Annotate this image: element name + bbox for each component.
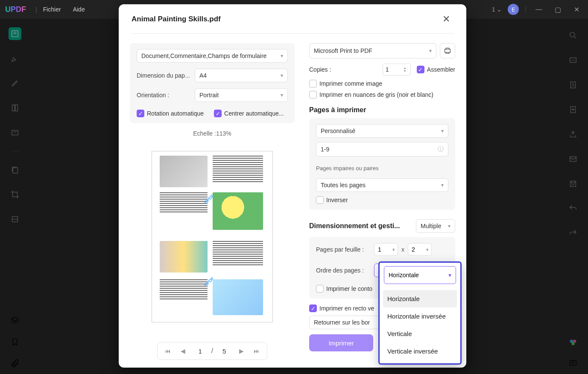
page-order-label: Ordre des pages : (316, 267, 371, 274)
page-order-dropdown-header[interactable]: Horizontale (384, 266, 456, 284)
page-order-option[interactable]: Verticale inversée (383, 342, 457, 360)
dialog-title: Animal Painting Skills.pdf (132, 15, 221, 23)
pager-next[interactable]: ▶ (235, 345, 247, 357)
pages-per-sheet-label: Pages par feuille : (316, 246, 371, 253)
svg-rect-16 (445, 49, 451, 52)
menu-file[interactable]: Fichier (43, 6, 61, 13)
print-button[interactable]: Imprimer (309, 334, 373, 351)
maximize-button[interactable]: ▢ (551, 6, 564, 14)
print-border-checkbox[interactable] (316, 285, 324, 293)
autocenter-label: Centrer automatique... (224, 110, 284, 117)
papersize-select[interactable]: A4 (195, 69, 288, 82)
orientation-select[interactable]: Portrait (195, 88, 288, 102)
page-range-mode-select[interactable]: Personnalisé (316, 124, 448, 138)
oddeven-select[interactable]: Toutes les pages (316, 178, 448, 192)
autocenter-checkbox[interactable] (214, 110, 222, 117)
pager-current[interactable]: 1 (193, 348, 208, 355)
sizing-mode-select[interactable]: Multiple (416, 219, 455, 233)
autorotate-checkbox[interactable] (137, 110, 144, 117)
page-order-option[interactable]: Horizontale (383, 290, 457, 307)
pager-prev[interactable]: ◀ (177, 345, 189, 357)
pager-last[interactable]: ⏭ (251, 345, 263, 357)
page-order-option[interactable]: Horizontale inversée (383, 307, 457, 325)
print-preview: UPDF UPDF (130, 141, 295, 332)
collate-checkbox[interactable] (417, 66, 424, 73)
grayscale-checkbox[interactable] (309, 91, 317, 99)
pps-rows-select[interactable]: 2 (408, 243, 432, 256)
close-dialog-button[interactable]: ✕ (439, 12, 453, 26)
reverse-checkbox[interactable] (316, 196, 324, 204)
pages-section-title: Pages à imprimer (309, 106, 455, 114)
menu-help[interactable]: Aide (73, 6, 85, 13)
app-logo: UPDF (5, 5, 26, 14)
grayscale-label: Imprimer en nuances de gris (noir et bla… (319, 91, 433, 98)
pps-cols-select[interactable]: 1 (374, 243, 398, 256)
papersize-label: Dimension du pap... (137, 72, 191, 79)
minimize-button[interactable]: — (532, 6, 545, 13)
autorotate-label: Rotation automatique (147, 110, 204, 117)
sizing-section-title: Dimensionnement et gesti... (309, 222, 412, 230)
orientation-label: Orientation : (137, 92, 191, 99)
page-order-option[interactable]: Verticale (383, 325, 457, 342)
duplex-checkbox[interactable] (309, 304, 317, 312)
copies-label: Copies : (309, 66, 383, 73)
print-as-image-checkbox[interactable] (309, 80, 317, 87)
print-as-image-label: Imprimer comme image (319, 80, 382, 87)
page-range-input[interactable]: 1-9ⓘ (316, 142, 448, 157)
printer-select[interactable]: Microsoft Print to PDF (309, 43, 436, 58)
reverse-label: Inverser (326, 197, 348, 203)
zoom-indicator[interactable]: 1 ⌄ (492, 6, 502, 13)
scale-indicator: Echelle :113% (130, 130, 295, 137)
copies-input[interactable]: 1▲▼ (383, 64, 411, 75)
collate-label: Assembler (427, 66, 455, 73)
oddeven-label: Pages impaires ou paires (316, 165, 448, 171)
close-window-button[interactable]: ✕ (570, 6, 583, 14)
pager-first[interactable]: ⏮ (162, 345, 174, 357)
duplex-label: Imprimer en recto ve (319, 305, 374, 312)
preview-pager: ⏮ ◀ 1 / 5 ▶ ⏭ (157, 342, 267, 360)
info-icon[interactable]: ⓘ (438, 145, 444, 153)
page-order-dropdown: Horizontale Horizontale Horizontale inve… (378, 261, 462, 365)
avatar[interactable]: E (508, 4, 519, 15)
printer-properties-button[interactable] (440, 43, 455, 58)
pager-total: 5 (216, 348, 232, 355)
content-type-select[interactable]: Document,Commentaire,Champs de formulair… (137, 49, 288, 63)
print-border-label: Imprimer le conto (326, 285, 372, 292)
